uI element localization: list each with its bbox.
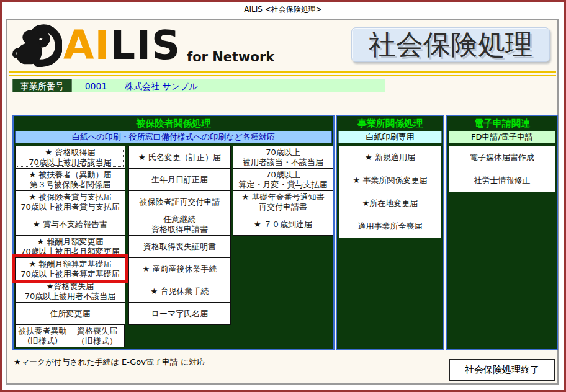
main-frame: AILIS for Network 社会保険処理 事業所番号 0001 株式会社… [6, 19, 559, 385]
procedure-button[interactable]: ★ 報酬月額変更届 70歳以上被用者月額変更届 [15, 235, 125, 258]
panel-workplace-subheader: 白紙印刷専用 [338, 131, 442, 143]
panel-eapplication: 電子申請関連 FD申請/電子申請 電子媒体届書作成 社労士情報修正 [446, 115, 558, 350]
procedure-button[interactable]: 適用事業所全喪届 [339, 215, 441, 238]
office-name-field: 株式会社 サンプル [120, 79, 385, 92]
procedure-button[interactable]: ★ 新規適用届 [339, 146, 441, 169]
panel-eapplication-header: 電子申請関連 [447, 116, 557, 131]
procedure-button[interactable]: 社労士情報修正 [449, 169, 555, 192]
workplace-column: ★ 新規適用届 ★ 事業所関係変更届 ★所在地変更届 適用事業所全喪届 [339, 146, 441, 238]
gold-divider-top [9, 71, 556, 73]
gold-divider-bottom [9, 75, 556, 76]
panel-insured-procedures: 被保険者関係処理 白紙への印刷・役所窓口備付様式への印刷など各種対応 ★ 資格取… [12, 115, 335, 350]
procedure-button[interactable]: 70歳以上 被用者該当・不該当届 [233, 146, 333, 169]
procedure-button[interactable]: 被保険者証再交付申請 [128, 190, 231, 213]
office-number-label: 事業所番号 [12, 79, 72, 92]
insured-column-b: ★ 氏名変更（訂正）届 生年月日訂正届 被保険者証再交付申請 任意継続 資格取得… [128, 146, 231, 325]
office-row: 事業所番号 0001 株式会社 サンプル [12, 79, 385, 92]
procedure-button[interactable]: ★ 産前産後休業手続 [128, 257, 231, 280]
procedure-button[interactable]: ★ 被保険者賞与支払届 70歳以上被用者賞与支払届 [15, 190, 125, 213]
focus-indicator [17, 148, 124, 167]
logo-subtitle: for Network [187, 50, 274, 65]
procedure-button[interactable]: ★ 氏名変更（訂正）届 [128, 146, 231, 169]
office-number-field[interactable]: 0001 [72, 79, 120, 92]
procedure-button[interactable]: ★ 事業所関係変更届 [339, 169, 441, 192]
squirrel-logo-icon [12, 22, 62, 67]
egov-note: ★マークが付与された手続は E-Gov電子申請 に対応 [14, 357, 205, 368]
logo-cluster: AILIS for Network [12, 22, 274, 67]
procedure-button[interactable]: 生年月日訂正届 [128, 168, 231, 191]
eapplication-column: 電子媒体届書作成 社労士情報修正 [449, 146, 555, 192]
panel-workplace-procedures: 事業所関係処理 白紙印刷専用 ★ 新規適用届 ★ 事業所関係変更届 ★所在地変更… [336, 115, 444, 350]
procedure-button[interactable]: ★ 賞与不支給報告書 [15, 213, 125, 236]
procedure-button[interactable]: ★資格喪失届 70歳以上被用者不該当届 [15, 280, 125, 303]
ailis-logotype-ai: AI [63, 22, 110, 68]
procedure-button[interactable]: ★ ７０歳到達届 [233, 213, 333, 236]
insured-column-c: 70歳以上 被用者該当・不該当届 70歳以上 算定・月変・賞与支払届 ★ 基礎年… [233, 146, 333, 236]
procedure-button[interactable]: 住所変更届 [15, 302, 125, 325]
panel-workplace-header: 事業所関係処理 [337, 116, 443, 131]
procedure-button[interactable]: ★ 育児休業手続 [128, 280, 231, 303]
procedure-button[interactable]: ローマ字氏名届 [128, 302, 231, 325]
insured-column-a: ★ 資格取得届 70歳以上被用者該当届 ★ 被扶養者（異動）届 第３号被保険者関… [15, 146, 125, 347]
logo-row: AILIS for Network 社会保険処理 [7, 20, 557, 71]
procedure-button-highlighted[interactable]: ★ 報酬月額算定基礎届 70歳以上被用者算定基礎届 [15, 257, 125, 280]
procedure-button[interactable]: 被扶養者異動 (旧様式) [15, 324, 70, 347]
panel-insured-header: 被保険者関係処理 [14, 116, 333, 131]
procedure-button[interactable]: 資格喪失届 （旧様式） [70, 324, 125, 347]
procedure-button[interactable]: 70歳以上 算定・月変・賞与支払届 [233, 168, 333, 191]
procedure-button[interactable]: ★所在地変更届 [339, 192, 441, 215]
panel-insured-subheader: 白紙への印刷・役所窓口備付様式への印刷など各種対応 [15, 131, 332, 143]
ailis-logotype: AILIS [63, 24, 181, 67]
procedure-button[interactable]: ★ 基礎年金番号通知書 再交付申請書 [233, 190, 333, 213]
old-format-row: 被扶養者異動 (旧様式) 資格喪失届 （旧様式） [15, 324, 125, 347]
ailis-logotype-lis: LIS [110, 22, 181, 68]
app-title: 社会保険処理 [369, 31, 532, 58]
procedure-button-focused[interactable]: ★ 資格取得届 70歳以上被用者該当届 [15, 146, 125, 169]
procedure-button[interactable]: 任意継続 資格取得申請書 [128, 213, 231, 236]
panel-eapplication-subheader: FD申請/電子申請 [449, 131, 555, 143]
procedure-button[interactable]: 電子媒体届書作成 [449, 146, 555, 169]
exit-button[interactable]: 社会保険処理終了 [449, 359, 555, 381]
window-title: AILIS <社会保険処理> [0, 4, 566, 15]
procedure-button[interactable]: ★ 被扶養者（異動）届 第３号被保険者関係届 [15, 168, 125, 191]
app-title-box: 社会保険処理 [351, 27, 550, 62]
procedure-button[interactable]: 資格取得喪失証明書 [128, 235, 231, 258]
